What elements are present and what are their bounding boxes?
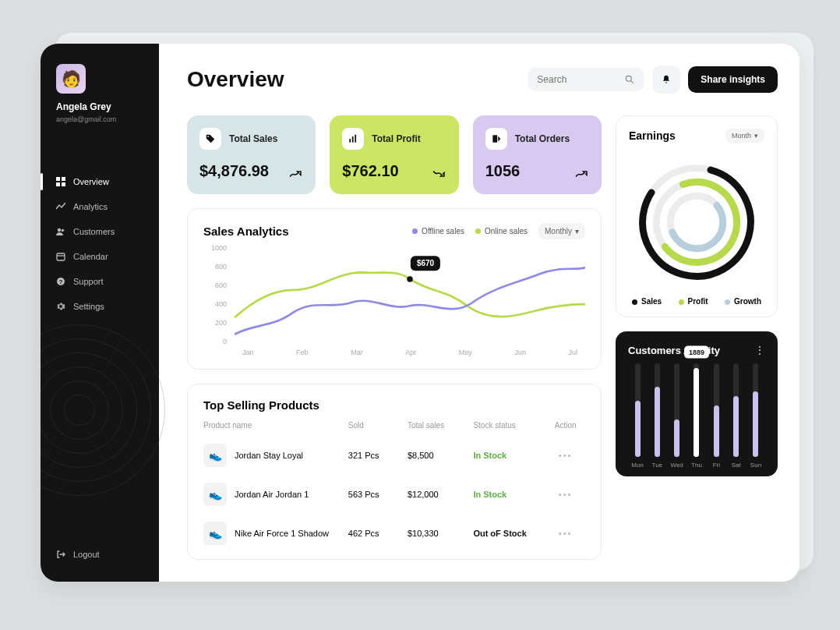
table-row[interactable]: 👟 Jordan Stay Loyal 321 Pcs $8,500 In St… <box>203 436 585 475</box>
sidebar-item-customers[interactable]: Customers <box>41 220 159 243</box>
sidebar-item-analytics[interactable]: Analytics <box>41 195 159 218</box>
earnings-period-select[interactable]: Month ▾ <box>725 129 764 143</box>
x-tick: Mar <box>351 349 363 361</box>
product-total: $8,500 <box>408 451 473 460</box>
svg-text:?: ? <box>59 278 63 285</box>
bar-mon[interactable]: Mon <box>630 363 645 469</box>
gear-icon <box>56 302 65 311</box>
sidebar-item-settings[interactable]: Settings <box>41 295 159 318</box>
legend-dot-profit <box>679 299 684 305</box>
activity-bar-chart: Mon Tue Wed 1889 Thu Fri Sat Sun <box>628 367 765 469</box>
legend-dot-sales <box>632 299 637 305</box>
orders-icon <box>485 128 507 150</box>
search-input[interactable] <box>537 74 624 85</box>
user-email: angela@gmail.com <box>56 115 159 123</box>
product-sold: 563 Pcs <box>348 490 408 499</box>
activity-more-button[interactable]: ⋮ <box>754 344 765 356</box>
legend-label: Online sales <box>485 227 528 235</box>
search-box[interactable] <box>528 68 644 91</box>
svg-rect-15 <box>355 135 357 143</box>
product-total: $10,330 <box>408 529 473 538</box>
customers-activity-card: Customers Activity ⋮ Mon Tue Wed 1889 Th… <box>616 331 778 476</box>
row-action-button[interactable]: ••• <box>545 529 585 538</box>
avatar[interactable]: 🧑 <box>56 64 86 94</box>
x-tick: May <box>459 349 472 361</box>
y-tick: 1000 <box>203 244 227 252</box>
logout-icon <box>56 550 65 559</box>
sidebar-item-calendar[interactable]: Calendar <box>41 245 159 268</box>
stat-card-total-orders[interactable]: Total Orders 1056 <box>473 115 602 194</box>
analytics-period-select[interactable]: Monthly ▾ <box>538 223 585 239</box>
bar-tooltip: 1889 <box>684 346 709 359</box>
product-thumb: 👟 <box>203 444 227 467</box>
help-icon: ? <box>56 277 65 286</box>
legend-label: Profit <box>688 297 708 306</box>
bar-fri[interactable]: Fri <box>708 363 724 469</box>
y-tick: 600 <box>203 281 227 289</box>
x-tick: Apr <box>405 349 416 361</box>
x-tick: Jan <box>242 349 254 361</box>
notifications-button[interactable] <box>652 65 680 94</box>
sidebar-item-overview[interactable]: Overview <box>41 170 159 193</box>
col-header: Total sales <box>408 421 473 430</box>
bar-thu[interactable]: 1889 Thu <box>689 363 704 469</box>
stat-label: Total Profit <box>372 133 420 144</box>
logout-button[interactable]: Logout <box>41 543 159 566</box>
stat-label: Total Orders <box>515 133 570 144</box>
y-tick: 400 <box>203 300 227 308</box>
legend-dot-online <box>475 228 481 234</box>
bell-icon <box>661 74 672 85</box>
col-header: Product name <box>203 421 348 430</box>
product-sold: 321 Pcs <box>348 451 408 460</box>
bar-sat[interactable]: Sat <box>729 363 744 469</box>
svg-rect-6 <box>57 253 65 260</box>
top-products-card: Top Selling Products Product name Sold T… <box>187 384 602 560</box>
legend-label: Growth <box>734 297 761 306</box>
sidebar-item-label: Analytics <box>73 202 108 211</box>
stock-status: In Stock <box>473 451 545 460</box>
bar-wed[interactable]: Wed <box>669 363 685 469</box>
sidebar-item-label: Calendar <box>73 252 108 261</box>
table-row[interactable]: 👟 Nike Air Force 1 Shadow 462 Pcs $10,33… <box>203 514 585 553</box>
stat-label: Total Sales <box>229 133 277 144</box>
sidebar-item-support[interactable]: ? Support <box>41 270 159 293</box>
svg-line-11 <box>631 81 634 83</box>
earnings-card: Earnings Month ▾ <box>616 115 778 317</box>
y-tick: 800 <box>203 263 227 271</box>
trend-up-icon <box>575 169 589 179</box>
topbar: Overview Share insights <box>187 65 778 94</box>
product-name: Jordan Air Jordan 1 <box>235 490 309 499</box>
table-row[interactable]: 👟 Jordan Air Jordan 1 563 Pcs $12,000 In… <box>203 475 585 514</box>
row-action-button[interactable]: ••• <box>545 490 585 499</box>
products-title: Top Selling Products <box>203 398 585 412</box>
col-header: Sold <box>348 421 408 430</box>
period-label: Monthly <box>545 227 572 235</box>
x-tick: Feb <box>296 349 309 361</box>
col-header: Action <box>545 421 585 430</box>
svg-point-4 <box>58 228 61 232</box>
svg-rect-3 <box>62 182 65 186</box>
legend-dot-growth <box>725 299 730 305</box>
stat-card-total-profit[interactable]: Total Profit $762.10 <box>330 115 458 194</box>
stat-cards: Total Sales $4,876.98 Total Profit <box>187 115 602 194</box>
product-name: Nike Air Force 1 Shadow <box>235 529 329 538</box>
bar-tue[interactable]: Tue <box>649 363 665 469</box>
share-insights-button[interactable]: Share insights <box>688 66 778 93</box>
bar-chart-icon <box>342 128 364 150</box>
bar-sun[interactable]: Sun <box>748 363 764 469</box>
period-label: Month <box>732 132 751 140</box>
calendar-icon <box>56 252 65 261</box>
stat-value: 1056 <box>485 162 589 180</box>
stock-status: In Stock <box>473 490 545 499</box>
sidebar-item-label: Support <box>73 277 104 286</box>
earnings-legend: Sales Profit Growth <box>629 297 764 306</box>
stat-card-total-sales[interactable]: Total Sales $4,876.98 <box>187 115 316 194</box>
row-action-button[interactable]: ••• <box>545 451 585 460</box>
col-header: Stock status <box>473 421 545 430</box>
trend-down-icon <box>432 169 446 179</box>
x-tick: Jul <box>568 349 577 361</box>
app-shell: 🧑 Angela Grey angela@gmail.com Overview … <box>41 44 799 582</box>
stat-value: $4,876.98 <box>199 162 303 180</box>
svg-rect-1 <box>62 177 65 181</box>
svg-rect-0 <box>56 177 60 181</box>
